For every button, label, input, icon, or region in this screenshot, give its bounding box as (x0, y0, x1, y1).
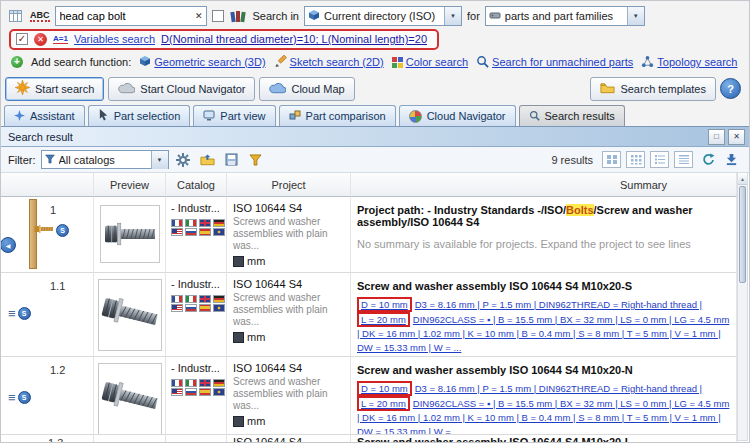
start-cloud-navigator-button[interactable]: Start Cloud Navigator (108, 77, 255, 101)
part-preview[interactable] (100, 205, 160, 263)
catalog-books-icon[interactable] (229, 7, 248, 25)
tab-part-selection-label: Part selection (114, 110, 181, 122)
part-preview[interactable] (98, 363, 162, 435)
tab-cloud-navigator[interactable]: Cloud Navigator (399, 105, 516, 126)
result-row-project[interactable]: 1 S - Industr... (1, 197, 737, 273)
open-folder-icon[interactable] (198, 151, 217, 169)
refresh-icon[interactable] (698, 151, 717, 169)
search-scope-select[interactable]: Current directory (ISO) ▼ (304, 6, 462, 26)
help-button[interactable]: ? (720, 78, 741, 99)
variables-search-checkbox[interactable]: ✓ (16, 33, 28, 45)
result-row-1-1[interactable]: 1.1 ≡ S - Industr... (1, 273, 737, 357)
settings-gear-icon[interactable] (174, 151, 193, 169)
scrollbar-thumb[interactable] (739, 186, 746, 283)
tab-search-results[interactable]: Search results (519, 105, 625, 126)
part-title[interactable]: Screw and washer assembly ISO 10644 S4 M… (357, 436, 732, 442)
project-name[interactable]: ISO 10644 S4 (233, 278, 348, 290)
summary-cell: Screw and washer assembly ISO 10644 S4 M… (351, 357, 737, 435)
dropdown-arrow-icon[interactable]: ▼ (627, 7, 644, 25)
result-row-1-3[interactable]: 1.3 ISO 10644 S4 Screw and washer assemb… (1, 435, 737, 442)
cloud-map-label: Cloud Map (291, 83, 344, 95)
sketch-search-label[interactable]: Sketch search (2D) (290, 56, 384, 68)
search-option-checkbox[interactable] (212, 10, 224, 22)
part-title[interactable]: Screw and washer assembly ISO 10644 S4 M… (357, 364, 732, 376)
vertical-scrollbar[interactable]: ▲ (737, 172, 748, 441)
param-links[interactable]: D3 = 8.16 mm | P = 1.5 mm | DIN962THREAD… (415, 299, 702, 310)
part-preview[interactable] (98, 279, 162, 351)
collapse-panel-button[interactable]: ◀ (0, 237, 16, 253)
dropdown-arrow-icon[interactable]: ▼ (444, 7, 461, 25)
flag-es (199, 388, 211, 396)
result-row-1-2[interactable]: 1.2 ≡ S - Industr... (1, 357, 737, 435)
param-links[interactable]: DIN962CLASS = ▪ | B = 15.5 mm | BX = 32 … (357, 314, 729, 353)
geometric-search-link[interactable]: Geometric search (3D) (139, 55, 265, 69)
catalog-name[interactable]: - Industr... (171, 278, 223, 290)
for-label: for (467, 10, 480, 22)
export-icon[interactable] (222, 151, 241, 169)
param-links[interactable]: D3 = 8.16 mm | P = 1.5 mm | DIN962THREAD… (415, 383, 702, 394)
float-panel-icon[interactable]: □ (708, 129, 725, 145)
scroll-up-icon[interactable]: ▲ (738, 173, 747, 185)
cloud-map-button[interactable]: Cloud Map (259, 77, 354, 101)
header-index[interactable] (1, 173, 94, 197)
line-item-icon[interactable]: ≡ (8, 307, 16, 320)
tab-part-view[interactable]: Part view (193, 105, 275, 126)
param-d-highlight[interactable]: D = 10 mm (357, 297, 412, 312)
param-l-highlight[interactable]: L = 20 mm (357, 396, 410, 411)
search-target-select[interactable]: parts and part families ▼ (485, 6, 645, 26)
search-settings-icon[interactable] (6, 7, 25, 25)
screw-render (101, 287, 159, 343)
project-name[interactable]: ISO 10644 S4 (233, 362, 348, 374)
results-count: 9 results (551, 154, 593, 166)
tab-assistant[interactable]: Assistant (4, 105, 85, 126)
flag-fr (171, 295, 183, 303)
add-icon[interactable]: + (11, 56, 23, 68)
view-thumbnails-icon[interactable] (602, 151, 621, 168)
tab-part-comparison-label: Part comparison (306, 110, 386, 122)
param-l-highlight[interactable]: L = 20 mm (357, 312, 410, 327)
start-search-button[interactable]: Start search (5, 77, 104, 101)
variables-criteria-text[interactable]: D(Nominal thread diameter)=10; L(Nominal… (161, 33, 427, 45)
view-small-thumbnails-icon[interactable] (626, 151, 645, 168)
part-title[interactable]: Screw and washer assembly ISO 10644 S4 M… (357, 280, 732, 292)
unmachined-search-link[interactable]: Search for unmachined parts (476, 55, 633, 70)
view-details-icon[interactable] (674, 151, 693, 168)
header-project[interactable]: Project (227, 173, 351, 197)
close-panel-icon[interactable]: ✕ (728, 129, 745, 145)
results-table: Preview Catalog Project Summary 1 S (1, 173, 737, 442)
funnel-blue-icon (45, 154, 55, 166)
remove-criteria-icon[interactable]: ✕ (34, 33, 47, 46)
color-search-label[interactable]: Color search (406, 56, 468, 68)
search-templates-button[interactable]: Search templates (590, 77, 716, 101)
tab-part-comparison[interactable]: Part comparison (279, 105, 396, 126)
catalog-filter-select[interactable]: All catalogs ▼ (41, 150, 169, 169)
catalog-name[interactable]: - Industr... (171, 362, 223, 374)
funnel-icon[interactable] (246, 151, 265, 169)
download-icon[interactable] (722, 151, 741, 169)
topology-search-label[interactable]: Topology search (657, 56, 737, 68)
catalog-name[interactable]: - Industr... (171, 202, 223, 214)
catalog-filter-value: All catalogs (59, 154, 147, 166)
dropdown-arrow-icon[interactable]: ▼ (151, 151, 168, 169)
unmachined-search-label[interactable]: Search for unmachined parts (492, 56, 633, 68)
search-input[interactable] (56, 10, 206, 22)
view-list-icon[interactable] (650, 151, 669, 168)
clear-search-icon[interactable]: ✕ (195, 11, 203, 21)
geometric-search-label[interactable]: Geometric search (3D) (154, 56, 265, 68)
flag-de (213, 295, 225, 303)
header-preview[interactable]: Preview (94, 173, 166, 197)
flag-it (185, 219, 197, 227)
project-name[interactable]: ISO 10644 S4 (233, 202, 348, 214)
color-search-link[interactable]: Color search (392, 56, 468, 68)
header-catalog[interactable]: Catalog (166, 173, 227, 197)
header-summary[interactable]: Summary (351, 173, 737, 197)
param-links[interactable]: DIN962CLASS = ▪ | B = 15.5 mm | BX = 32 … (357, 398, 729, 435)
line-item-icon[interactable]: ≡ (8, 391, 16, 404)
flag-gb (199, 295, 211, 303)
project-name[interactable]: ISO 10644 S4 (233, 436, 348, 442)
variables-search-link[interactable]: Variables search (74, 33, 155, 45)
topology-search-link[interactable]: Topology search (641, 55, 737, 70)
param-d-highlight[interactable]: D = 10 mm (357, 381, 412, 396)
sketch-search-link[interactable]: Sketch search (2D) (274, 55, 384, 70)
tab-part-selection[interactable]: Part selection (88, 105, 191, 126)
